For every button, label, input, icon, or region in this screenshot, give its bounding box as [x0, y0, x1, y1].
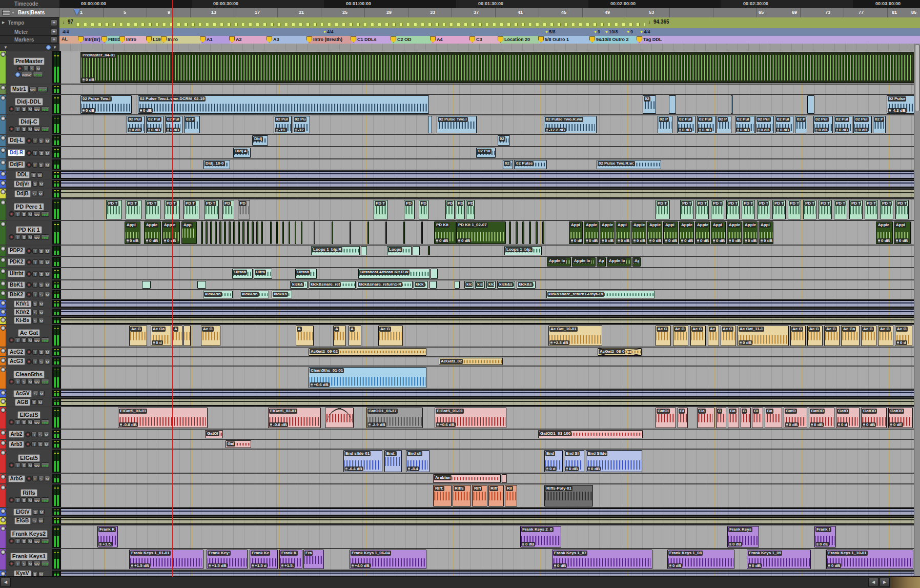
track-expand-icon[interactable] — [1, 291, 6, 296]
clip-gain-badge[interactable]: 0 dB — [877, 238, 891, 243]
track-expand-icon[interactable] — [1, 326, 6, 331]
audio-clip[interactable]: Ac G — [824, 326, 840, 346]
marker[interactable]: Intro — [161, 36, 178, 43]
track-lane[interactable]: kick&kick&snare_retkick&snare_return1-Rk… — [61, 280, 920, 289]
track-color-strip[interactable] — [0, 450, 6, 473]
input-monitor-button[interactable]: I — [32, 282, 38, 288]
track-lane[interactable]: Gal — [61, 440, 920, 449]
audio-clip[interactable] — [731, 95, 733, 114]
track-color-strip[interactable] — [0, 171, 6, 179]
audio-clip[interactable]: PD — [456, 200, 465, 219]
clip-gain-badge[interactable]: 0 dB — [565, 467, 579, 471]
record-enable-button[interactable] — [26, 476, 32, 481]
audio-clip[interactable]: 02 Pulse Two.L.wav-DCRM_02-190 dB — [138, 95, 429, 114]
track-view-selector[interactable]: wv — [33, 106, 40, 112]
add-meter-button[interactable]: + — [51, 29, 57, 35]
audio-clip[interactable]: 02 Pul0 dB — [755, 116, 774, 133]
track-lane[interactable]: Clean5ths_01-01+0.6 dB — [61, 367, 920, 389]
mute-button[interactable]: M — [44, 432, 49, 437]
audio-clip[interactable] — [367, 221, 369, 244]
track-view-selector[interactable]: wv — [33, 211, 40, 217]
clip-gain-badge[interactable]: 0 dB — [145, 238, 159, 243]
track-expand-icon[interactable] — [1, 52, 6, 57]
mute-button[interactable]: M — [38, 310, 44, 315]
record-enable-button[interactable] — [9, 419, 14, 425]
track-expand-icon[interactable] — [1, 440, 6, 445]
audio-clip[interactable]: Apple0 dB — [631, 221, 646, 244]
clip-gain-badge[interactable]: +0.6 dB — [436, 422, 456, 427]
audio-clip[interactable]: GatOl — [205, 430, 223, 438]
clip-gain-badge[interactable]: 0 dB — [835, 128, 849, 132]
record-enable-button[interactable] — [9, 337, 14, 343]
audio-clip[interactable]: AcGat2_09-02 — [309, 348, 426, 356]
audio-clip[interactable]: 02 Pulse-4.3 dB — [887, 95, 914, 114]
audio-clip[interactable]: 02 Pul0 dB — [146, 116, 163, 133]
audio-clip[interactable]: Ap — [597, 257, 606, 267]
audio-clip[interactable]: Apple0 dB — [743, 221, 758, 244]
audio-clip[interactable]: PD — [238, 200, 250, 219]
automation-mode-button[interactable]: red — [41, 419, 49, 425]
track-color-strip[interactable] — [0, 257, 6, 267]
audio-clip[interactable]: ElGatS_03-01-0.8 dB — [118, 408, 208, 428]
audio-clip[interactable]: PD T — [849, 200, 863, 219]
audio-clip[interactable]: Loops 1_bip. — [504, 246, 542, 255]
track-color-strip[interactable] — [0, 357, 6, 366]
clip-gain-badge[interactable]: 0 dB — [895, 238, 909, 243]
audio-clip[interactable]: GatOD1_03-100 — [538, 430, 643, 438]
track-expand-icon[interactable] — [1, 300, 6, 306]
audio-clip[interactable]: 02 P — [795, 116, 807, 133]
audio-clip[interactable]: kic — [475, 281, 485, 289]
marker[interactable]: L19 — [146, 36, 161, 43]
clip-gain-badge[interactable]: -6.4 dB — [344, 467, 363, 471]
audio-clip[interactable] — [256, 221, 258, 244]
solo-button[interactable]: S — [21, 211, 27, 217]
mute-button[interactable]: M — [38, 301, 44, 307]
track-name[interactable]: PDK2 — [8, 258, 26, 266]
audio-clip[interactable] — [224, 221, 226, 244]
meter-value[interactable]: ▼9 — [626, 29, 633, 34]
track-lane[interactable]: PD TPD TPD TPD TPD TPD TPDPDPD TPDPDPDPD… — [61, 199, 920, 220]
audio-clip[interactable]: Ac G — [690, 326, 706, 346]
solo-button[interactable]: S — [38, 138, 44, 144]
clip-gain-badge[interactable]: +1.5 dB — [130, 563, 150, 568]
track-expand-icon[interactable] — [1, 509, 6, 514]
track-lane[interactable] — [61, 189, 920, 198]
track-lane[interactable]: Apple loApple loApApple loAp — [61, 257, 920, 267]
automation-mode-button[interactable]: read — [37, 87, 48, 92]
track-lane[interactable]: Arabian — [61, 474, 920, 483]
solo-button[interactable]: S — [32, 571, 38, 577]
track-name[interactable]: KtVr1 — [14, 300, 31, 308]
mute-button[interactable]: M — [27, 337, 33, 343]
audio-clip[interactable]: Ac G — [673, 326, 688, 346]
audio-clip[interactable]: Frank Keys 1_06-04+4.0 dB — [350, 550, 426, 569]
audio-clip[interactable]: kick&s — [497, 281, 515, 289]
record-enable-button[interactable] — [26, 349, 32, 355]
marker-tag-icon[interactable] — [391, 36, 396, 43]
track-name[interactable]: PD Kit 1 — [16, 226, 42, 234]
clip-gain-badge[interactable]: 0 dB — [712, 238, 726, 243]
record-enable-button[interactable] — [26, 282, 32, 288]
scroll-right-arrow-button[interactable]: ▶ — [880, 578, 890, 587]
marker-tag-icon[interactable] — [119, 36, 125, 43]
solo-button[interactable]: S — [21, 234, 27, 240]
marker[interactable]: A1 — [200, 36, 213, 43]
marker-tag-icon[interactable] — [469, 36, 475, 43]
audio-clip[interactable]: kick&snare_ret — [309, 281, 356, 289]
clip-gain-badge[interactable]: 0 dB — [632, 238, 646, 243]
track-color-strip[interactable] — [0, 115, 6, 134]
audio-clip[interactable]: Ac Gat_11-10 dB — [738, 326, 789, 346]
clip-gain-badge[interactable]: -4.3 dB — [888, 108, 907, 113]
record-enable-button[interactable] — [25, 441, 31, 447]
meter-value[interactable]: ▼5/8 — [545, 29, 555, 34]
audio-clip[interactable] — [361, 246, 367, 255]
markers-ruler[interactable]: Markers + ALIntr(Br)FBEDIntroL19IntroA1A… — [0, 36, 920, 44]
clip-gain-badge[interactable]: 0 dB — [163, 238, 177, 243]
track-name[interactable]: Ddj-R — [8, 149, 26, 156]
audio-clip[interactable]: Frank Keys 1_090 dB — [747, 550, 811, 569]
track-expand-icon[interactable] — [1, 474, 6, 479]
track-color-strip[interactable] — [0, 348, 6, 356]
audio-clip[interactable]: 02 — [643, 95, 656, 114]
audio-clip[interactable]: PD — [445, 200, 455, 219]
audio-clip[interactable]: GatO0 d — [836, 408, 860, 428]
input-monitor-button[interactable]: I — [15, 462, 21, 468]
